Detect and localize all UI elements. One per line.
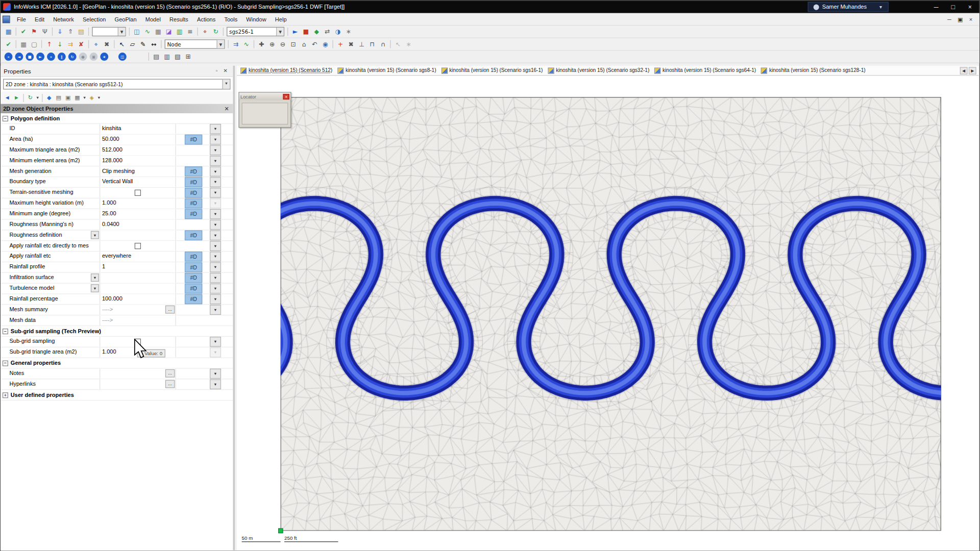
property-group-polygon-definition[interactable]: −Polygon definition bbox=[1, 113, 233, 124]
gauge-tool-icon[interactable]: ◑ bbox=[332, 27, 343, 37]
menu-actions[interactable]: Actions bbox=[192, 15, 219, 23]
menu-model[interactable]: Model bbox=[141, 15, 165, 23]
chevron-down-icon[interactable]: ▼ bbox=[216, 40, 224, 48]
pick-results-icon[interactable]: ⌖ bbox=[200, 27, 210, 37]
checkbox[interactable] bbox=[135, 339, 141, 345]
split-link-icon[interactable]: ⊥ bbox=[356, 39, 367, 49]
find-object-icon[interactable]: ⌖ bbox=[91, 39, 102, 49]
snapshot-icon[interactable]: ▣ bbox=[89, 53, 97, 61]
loop-playback-icon[interactable]: ↻ bbox=[68, 53, 77, 61]
dropdown-arrow[interactable]: ▼ bbox=[210, 262, 221, 272]
child-window-icon[interactable] bbox=[3, 15, 10, 23]
pan-tool-icon[interactable]: ✚ bbox=[256, 39, 267, 49]
select-pointer-icon[interactable]: ↖ bbox=[116, 39, 127, 49]
chevron-down-icon[interactable]: ▼ bbox=[82, 96, 87, 99]
object-selector-combo[interactable]: 2D zone : kinshita : kinoshita (Scenario… bbox=[3, 79, 230, 90]
ellipsis-button[interactable]: ... bbox=[165, 380, 175, 388]
chevron-down-icon[interactable]: ▼ bbox=[223, 80, 230, 89]
grid-properties-icon[interactable]: ▦ bbox=[72, 93, 82, 103]
new-long-section-icon[interactable]: ∿ bbox=[142, 27, 153, 37]
menu-selection[interactable]: Selection bbox=[78, 15, 110, 23]
map-viewport[interactable]: Locator × bbox=[237, 77, 979, 534]
copy-properties-icon[interactable]: ▣ bbox=[63, 93, 72, 103]
dropdown-arrow[interactable]: ▼ bbox=[210, 273, 221, 283]
dropdown-arrow[interactable]: ▼ bbox=[210, 305, 221, 315]
menu-network[interactable]: Network bbox=[49, 15, 79, 23]
new-geoplan-window-icon[interactable]: ◫ bbox=[132, 27, 142, 37]
dropdown-arrow[interactable]: ▼ bbox=[210, 156, 221, 166]
previous-object-icon[interactable]: ◄ bbox=[3, 93, 12, 103]
property-value-mesh-summary[interactable]: ---->... bbox=[100, 305, 176, 315]
ellipsis-button[interactable]: ... bbox=[165, 306, 175, 314]
property-group-general-properties[interactable]: −General properties bbox=[1, 358, 233, 369]
dropdown-arrow[interactable]: ▼ bbox=[210, 252, 221, 262]
property-value-minimum-angle-degree[interactable]: 25.00 bbox=[100, 209, 176, 219]
water-drop-icon[interactable]: ◆ bbox=[44, 93, 54, 103]
checkbox[interactable] bbox=[135, 190, 141, 196]
property-value-sub-grid-sampling[interactable] bbox=[100, 337, 176, 347]
geoplan-tab-3[interactable]: kinoshita (version 15) (Scenario sgs16-1… bbox=[438, 67, 545, 73]
grid-edit-icon[interactable]: ▦ bbox=[18, 39, 29, 49]
dropdown-arrow[interactable]: ▼ bbox=[210, 284, 221, 294]
stop-playback-icon[interactable]: ■ bbox=[26, 53, 34, 61]
feature-type-combo[interactable]: Node▼ bbox=[165, 39, 225, 48]
dropdown-arrow[interactable]: ▼ bbox=[210, 177, 221, 187]
collapse-icon[interactable]: − bbox=[3, 328, 8, 334]
validate-network-icon[interactable]: ✔ bbox=[3, 39, 14, 49]
dropdown-arrow[interactable]: ▼ bbox=[210, 379, 221, 389]
property-value-id[interactable]: kinshita bbox=[100, 124, 176, 134]
property-value-hyperlinks[interactable]: ... bbox=[100, 379, 176, 389]
chevron-down-icon[interactable]: ▼ bbox=[91, 273, 99, 282]
inactive-pointer-icon[interactable]: ↖ bbox=[393, 39, 403, 49]
property-value-area-ha[interactable]: 50.000 bbox=[100, 135, 176, 145]
dropdown-arrow[interactable]: ▼ bbox=[210, 337, 221, 347]
menu-help[interactable]: Help bbox=[271, 15, 291, 23]
chevron-down-icon[interactable]: ▼ bbox=[118, 28, 126, 36]
ellipsis-button[interactable]: ... bbox=[165, 369, 175, 378]
arrange-icons-icon[interactable]: ⊞ bbox=[183, 52, 193, 62]
dropdown-arrow[interactable]: ▼ bbox=[210, 135, 221, 145]
chevron-down-icon[interactable]: ▼ bbox=[91, 231, 99, 239]
dropdown-arrow[interactable]: ▼ bbox=[210, 198, 221, 209]
add-vertex-icon[interactable]: + bbox=[335, 39, 346, 49]
geoplan-tab-5[interactable]: kinoshita (version 15) (Scenario sgs64-1… bbox=[652, 67, 758, 73]
selection-list-icon[interactable]: ▢ bbox=[29, 39, 39, 49]
property-value-roughness-manning-s-n[interactable]: 0.0400 bbox=[100, 220, 176, 230]
trace-downstream-icon[interactable]: ↓ bbox=[55, 39, 65, 49]
globe-view-icon[interactable]: ◉ bbox=[320, 39, 331, 49]
properties-sheet-icon[interactable]: ≡ bbox=[185, 27, 195, 37]
property-group-user-defined-properties[interactable]: +User defined properties bbox=[1, 390, 233, 400]
tile-horizontal-icon[interactable]: ▤ bbox=[151, 52, 162, 62]
dropdown-arrow[interactable]: ▼ bbox=[210, 230, 221, 240]
playback-settings-icon[interactable]: ∗ bbox=[100, 53, 108, 61]
results-table-icon[interactable]: ▥ bbox=[174, 27, 185, 37]
restore-button[interactable]: □ bbox=[946, 4, 960, 10]
zoom-in-icon[interactable]: ⊕ bbox=[267, 39, 278, 49]
export-data-icon[interactable]: ⇑ bbox=[65, 27, 76, 37]
property-value-turbulence-model[interactable] bbox=[100, 284, 176, 294]
chevron-down-icon[interactable]: ▼ bbox=[35, 96, 40, 99]
flag-validate-icon[interactable]: ✔ bbox=[18, 27, 29, 37]
flag-commit-icon[interactable]: ⚑ bbox=[29, 27, 39, 37]
child-minimize-button[interactable]: ─ bbox=[947, 16, 951, 22]
version-tree-icon[interactable]: Ψ bbox=[39, 27, 50, 37]
delete-object-icon[interactable]: ✖ bbox=[102, 39, 112, 49]
menu-results[interactable]: Results bbox=[165, 15, 192, 23]
play-icon[interactable]: ► bbox=[36, 53, 44, 61]
chevron-down-icon[interactable]: ▼ bbox=[276, 28, 284, 36]
locator-window[interactable]: Locator × bbox=[238, 92, 291, 128]
chevron-down-icon[interactable]: ▼ bbox=[91, 284, 99, 292]
layer-theme-combo[interactable]: ▼ bbox=[92, 27, 126, 36]
record-icon[interactable]: ● bbox=[79, 53, 87, 61]
geoplan-tab-6[interactable]: kinoshita (version 15) (Scenario sgs128-… bbox=[758, 67, 868, 73]
dropdown-arrow[interactable]: ▼ bbox=[210, 145, 221, 156]
zoom-out-icon[interactable]: ⊖ bbox=[277, 39, 288, 49]
selection-handle[interactable] bbox=[278, 528, 283, 533]
menu-geoplan[interactable]: GeoPlan bbox=[110, 15, 141, 23]
inactive-options-icon[interactable]: ∗ bbox=[403, 39, 414, 49]
property-value-notes[interactable]: ... bbox=[100, 369, 176, 379]
user-menu[interactable]: Samer Muhandes ▼ bbox=[808, 2, 889, 12]
vertex-edit-icon[interactable]: ✎ bbox=[138, 39, 149, 49]
notes-sheet-icon[interactable]: ▤ bbox=[54, 93, 63, 103]
close-icon[interactable]: ✕ bbox=[223, 106, 231, 112]
